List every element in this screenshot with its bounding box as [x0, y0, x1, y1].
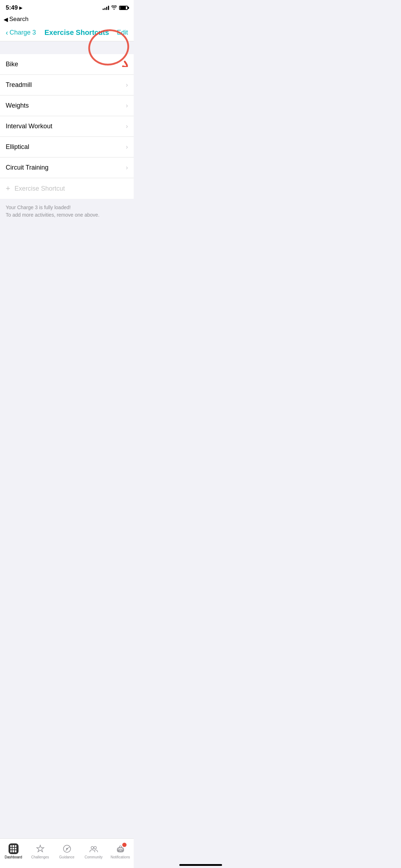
info-box: Your Charge 3 is fully loaded! To add mo…: [0, 199, 134, 224]
list-item[interactable]: Circuit Training ›: [0, 157, 134, 178]
exercise-label: Elliptical: [6, 143, 29, 151]
status-icons: [103, 5, 128, 11]
status-time: 5:49: [6, 4, 18, 11]
nav-title: Exercise Shortcuts: [45, 29, 109, 37]
nav-left: ‹ Charge 3 Exercise Shortcuts: [6, 29, 109, 37]
nav-back-text[interactable]: Charge 3: [10, 29, 36, 36]
list-item[interactable]: Weights ›: [0, 95, 134, 116]
chevron-right-icon: ›: [126, 143, 128, 151]
exercise-label: Interval Workout: [6, 123, 52, 130]
add-shortcut-label: Exercise Shortcut: [15, 185, 65, 192]
location-icon: ▶: [19, 5, 22, 10]
chevron-right-icon: ›: [126, 61, 128, 68]
list-item[interactable]: Elliptical ›: [0, 137, 134, 157]
add-shortcut-row[interactable]: + Exercise Shortcut: [0, 178, 134, 199]
back-arrow-icon: ◀: [4, 16, 8, 23]
signal-bars: [103, 6, 109, 10]
exercise-label: Circuit Training: [6, 164, 48, 171]
info-line1: Your Charge 3 is fully loaded!: [6, 204, 128, 211]
nav-header: ‹ Charge 3 Exercise Shortcuts Edit: [0, 26, 134, 41]
list-item[interactable]: Interval Workout ›: [0, 116, 134, 137]
battery-icon: [119, 6, 128, 10]
exercise-list: Bike › Treadmill › Weights › Interval Wo…: [0, 54, 134, 178]
chevron-right-icon: ›: [126, 81, 128, 89]
exercise-label: Bike: [6, 61, 18, 68]
chevron-right-icon: ›: [126, 102, 128, 109]
search-back-label[interactable]: Search: [9, 16, 29, 23]
add-plus-icon: +: [6, 184, 10, 193]
exercise-label: Treadmill: [6, 81, 32, 89]
chevron-right-icon: ›: [126, 123, 128, 130]
chevron-right-icon: ›: [126, 164, 128, 171]
list-item[interactable]: Treadmill ›: [0, 75, 134, 95]
exercise-label: Weights: [6, 102, 29, 109]
back-row: ◀ Search: [0, 16, 134, 26]
section-header: [0, 41, 134, 54]
edit-button[interactable]: Edit: [117, 29, 128, 36]
back-chevron-icon[interactable]: ‹: [6, 29, 8, 37]
list-item[interactable]: Bike ›: [0, 54, 134, 75]
info-line2: To add more activities, remove one above…: [6, 211, 128, 219]
status-bar: 5:49 ▶: [0, 0, 134, 16]
wifi-icon: [111, 5, 117, 11]
